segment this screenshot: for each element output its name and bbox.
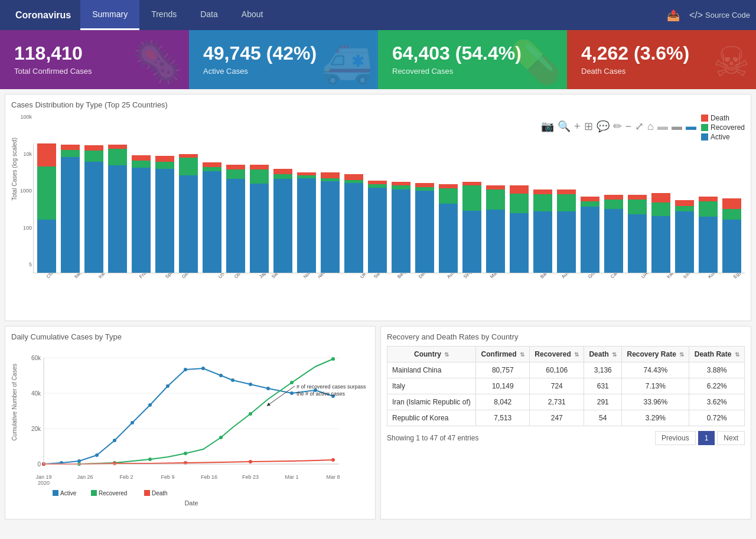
svg-point-31 bbox=[290, 391, 294, 395]
recovered-icon: 💊 bbox=[510, 38, 561, 86]
svg-point-30 bbox=[266, 387, 270, 390]
cell-confirmed: 80,757 bbox=[476, 362, 530, 378]
table-row: Republic of Korea 7,513 247 54 3.29% 0.7… bbox=[387, 410, 745, 426]
bar-group bbox=[177, 143, 200, 273]
svg-point-27 bbox=[219, 374, 223, 377]
cell-confirmed: 7,513 bbox=[476, 410, 530, 426]
tab-trends[interactable]: Trends bbox=[139, 0, 188, 30]
table-row: Iran (Islamic Republic of) 8,042 2,731 2… bbox=[387, 394, 745, 410]
svg-point-24 bbox=[166, 384, 170, 388]
table-row: Mainland China 80,757 60,106 3,136 74.43… bbox=[387, 362, 745, 378]
cell-recovered: 724 bbox=[530, 378, 584, 394]
bar-group bbox=[673, 143, 696, 273]
table-showing: Showing 1 to 47 of 47 entries bbox=[387, 434, 478, 442]
svg-point-40 bbox=[249, 412, 252, 416]
minus-icon[interactable]: − bbox=[625, 120, 632, 133]
svg-point-25 bbox=[184, 368, 187, 371]
tab-summary[interactable]: Summary bbox=[80, 0, 139, 30]
svg-point-44 bbox=[113, 462, 116, 465]
svg-rect-53 bbox=[91, 490, 97, 496]
cell-recovered: 60,106 bbox=[530, 362, 584, 378]
bar-group bbox=[153, 143, 177, 273]
bottom-panels: Daily Cumulative Cases by Type Cumulativ… bbox=[5, 326, 751, 520]
col-recovery-rate[interactable]: Recovery Rate ⇅ bbox=[622, 347, 689, 362]
grid-icon[interactable]: ⊞ bbox=[584, 120, 593, 133]
svg-text:Death: Death bbox=[152, 490, 168, 496]
cell-recovered: 2,731 bbox=[530, 394, 584, 410]
bar-group bbox=[531, 143, 555, 273]
bar-group bbox=[318, 143, 342, 273]
brand-label: Coronavirus bbox=[6, 10, 80, 21]
bar-group bbox=[696, 143, 720, 273]
cell-confirmed: 8,042 bbox=[476, 394, 530, 410]
col-country[interactable]: Country ⇅ bbox=[387, 347, 476, 362]
svg-text:Mar 8: Mar 8 bbox=[326, 474, 340, 480]
tab-about[interactable]: About bbox=[230, 0, 275, 30]
bar-group bbox=[578, 143, 602, 273]
expand-icon[interactable]: ⤢ bbox=[635, 120, 644, 133]
cell-country: Iran (Islamic Republic of) bbox=[387, 394, 476, 410]
svg-point-41 bbox=[290, 381, 294, 384]
bar2-icon[interactable]: ▬ bbox=[672, 120, 682, 133]
bar-legend: Death Recovered Active bbox=[701, 114, 745, 141]
svg-text:Feb 23: Feb 23 bbox=[242, 474, 259, 480]
plus-icon[interactable]: + bbox=[574, 120, 581, 133]
svg-text:Mar 1: Mar 1 bbox=[285, 474, 298, 480]
tab-data[interactable]: Data bbox=[188, 0, 230, 30]
active-icon: 🚑 bbox=[321, 38, 372, 86]
cell-recovery-rate: 3.29% bbox=[622, 410, 689, 426]
line-chart-panel: Daily Cumulative Cases by Type Cumulativ… bbox=[5, 326, 376, 520]
edit-icon[interactable]: ✏ bbox=[613, 120, 622, 133]
death-icon: ☠ bbox=[713, 38, 750, 86]
bar-group bbox=[58, 143, 82, 273]
cell-country: Mainland China bbox=[387, 362, 476, 378]
svg-point-39 bbox=[219, 436, 223, 439]
zoom-icon[interactable]: 🔍 bbox=[558, 120, 571, 133]
next-button[interactable]: Next bbox=[717, 431, 745, 445]
code-icon: </> bbox=[689, 10, 703, 21]
bubble-icon[interactable]: 💬 bbox=[597, 120, 610, 133]
bar-chart-section: Cases Distribution by Type (Top 25 Count… bbox=[5, 94, 751, 321]
line-chart-title: Daily Cumulative Cases by Type bbox=[11, 332, 369, 341]
svg-rect-55 bbox=[144, 490, 150, 496]
col-confirmed[interactable]: Confirmed ⇅ bbox=[476, 347, 530, 362]
table-title: Recovery and Death Rates by Country bbox=[387, 332, 745, 341]
svg-text:Recovered: Recovered bbox=[99, 490, 127, 496]
svg-text:Jan 26: Jan 26 bbox=[77, 474, 93, 480]
bar-group bbox=[200, 143, 224, 273]
nav-right: 📤 </> Source Code bbox=[667, 9, 750, 22]
bar1-icon[interactable]: ▬ bbox=[657, 120, 668, 133]
page-1-button[interactable]: 1 bbox=[698, 431, 715, 445]
svg-point-21 bbox=[113, 439, 116, 442]
col-recovered[interactable]: Recovered ⇅ bbox=[530, 347, 584, 362]
cell-death: 3,136 bbox=[584, 362, 622, 378]
svg-rect-51 bbox=[53, 490, 58, 496]
cell-country: Republic of Korea bbox=[387, 410, 476, 426]
table-panel: Recovery and Death Rates by Country Coun… bbox=[380, 326, 751, 520]
death-card: 4,262 (3.6%) Death Cases ☠ bbox=[567, 30, 756, 89]
bar-group bbox=[366, 143, 389, 273]
camera-icon[interactable]: 📷 bbox=[541, 120, 554, 133]
home-icon[interactable]: ⌂ bbox=[647, 120, 654, 133]
bar3-icon[interactable]: ▬ bbox=[686, 120, 696, 133]
bar-chart-labels: ChinaItalyIranRepublic of KoreaFranceSpa… bbox=[33, 273, 745, 321]
cell-death-rate: 0.72% bbox=[689, 410, 745, 426]
share-icon[interactable]: 📤 bbox=[667, 9, 680, 22]
bar-group bbox=[295, 143, 318, 273]
svg-point-29 bbox=[249, 383, 252, 386]
svg-point-47 bbox=[331, 458, 335, 462]
cell-recovery-rate: 74.43% bbox=[622, 362, 689, 378]
svg-text:Feb 16: Feb 16 bbox=[201, 474, 217, 480]
bar-group bbox=[271, 143, 295, 273]
svg-point-26 bbox=[201, 367, 205, 370]
nav-tabs: Summary Trends Data About bbox=[80, 0, 275, 30]
prev-button[interactable]: Previous bbox=[655, 431, 696, 445]
confirmed-card: 118,410 Total Confirmed Cases 🦠 bbox=[0, 30, 189, 89]
col-death-rate[interactable]: Death Rate ⇅ bbox=[689, 347, 745, 362]
pagination: Previous 1 Next bbox=[655, 431, 745, 445]
svg-text:the # of active cases: the # of active cases bbox=[296, 391, 346, 397]
bar-group bbox=[436, 143, 460, 273]
source-code-link[interactable]: </> Source Code bbox=[689, 10, 750, 21]
bar-group bbox=[602, 143, 625, 273]
col-death[interactable]: Death ⇅ bbox=[584, 347, 622, 362]
